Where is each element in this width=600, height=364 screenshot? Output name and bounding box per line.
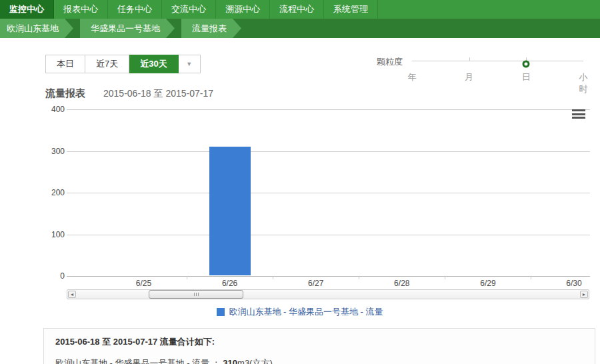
legend-series-label: 欧润山东基地 - 华盛果品一号基地 - 流量 — [229, 306, 383, 318]
legend-color-swatch — [217, 308, 225, 316]
range-button-30days[interactable]: 近30天 — [129, 55, 178, 73]
granularity-slider-handle[interactable] — [523, 61, 530, 68]
nav-item-system-management[interactable]: 系统管理 — [324, 0, 378, 19]
chart-gridline — [67, 276, 590, 277]
flow-report-page: 监控中心 报表中心 任务中心 交流中心 溯源中心 流程中心 系统管理 欧润山东基… — [0, 0, 600, 364]
x-axis-tick — [445, 276, 445, 279]
y-axis-label: 200 — [38, 188, 65, 197]
report-date-range: 2015-06-18 至 2015-07-17 — [103, 88, 213, 100]
x-axis-label: 6/25 — [136, 279, 151, 288]
nav-item-report-center[interactable]: 报表中心 — [54, 0, 108, 19]
x-axis-label: 6/30 — [566, 279, 581, 288]
range-dropdown-button[interactable]: ▼ — [179, 55, 201, 73]
range-button-today[interactable]: 本日 — [45, 55, 85, 73]
summary-series-prefix: 欧润山东基地 - 华盛果品一号基地 - 流量 ： — [55, 358, 223, 364]
x-axis-tick — [187, 276, 187, 279]
chart-legend: 欧润山东基地 - 华盛果品一号基地 - 流量 — [0, 306, 600, 318]
x-axis-tick — [273, 276, 273, 279]
granularity-option-day[interactable]: 日 — [522, 71, 531, 83]
breadcrumb-item-flow-report[interactable]: 流量报表 — [181, 19, 241, 38]
chart-menu-icon[interactable] — [572, 109, 585, 119]
flow-summary-box: 2015-06-18 至 2015-07-17 流量合计如下: 欧润山东基地 -… — [43, 328, 595, 364]
nav-item-communication-center[interactable]: 交流中心 — [162, 0, 216, 19]
chart-gridline — [67, 109, 590, 110]
nav-item-traceability-center[interactable]: 溯源中心 — [216, 0, 270, 19]
chevron-down-icon: ▼ — [186, 61, 192, 67]
granularity-option-month[interactable]: 月 — [465, 71, 473, 83]
x-axis-label: 6/26 — [222, 279, 237, 288]
chart-gridline — [67, 151, 590, 152]
summary-total-row: 欧润山东基地 - 华盛果品一号基地 - 流量 ： 310m3(立方) — [55, 357, 583, 364]
y-axis-label: 300 — [38, 147, 65, 156]
granularity-option-year[interactable]: 年 — [408, 71, 417, 83]
page-title: 流量报表 — [45, 87, 85, 100]
y-axis-label: 100 — [38, 230, 65, 239]
summary-unit: m3(立方) — [237, 358, 273, 364]
scrollbar-thumb[interactable] — [149, 290, 243, 299]
time-range-button-group: 本日 近7天 近30天 ▼ — [45, 55, 201, 73]
scroll-right-button[interactable]: ► — [580, 291, 588, 298]
y-axis-label: 400 — [38, 105, 65, 114]
granularity-label: 颗粒度 — [377, 56, 403, 68]
granularity-control: 颗粒度 年 月 日 小时 — [373, 53, 593, 77]
summary-heading: 2015-06-18 至 2015-07-17 流量合计如下: — [55, 336, 583, 348]
nav-item-monitor-center[interactable]: 监控中心 — [0, 0, 54, 19]
granularity-slider-track[interactable]: 年 月 日 小时 — [412, 61, 583, 61]
slider-tick — [469, 57, 470, 61]
granularity-option-hour[interactable]: 小时 — [579, 71, 588, 95]
menu-bar — [572, 117, 585, 119]
breadcrumb-item-sub-base[interactable]: 华盛果品一号基地 — [80, 19, 175, 38]
top-nav: 监控中心 报表中心 任务中心 交流中心 溯源中心 流程中心 系统管理 — [0, 0, 600, 19]
x-axis-label: 6/29 — [480, 279, 495, 288]
menu-bar — [572, 109, 585, 111]
y-axis-label: 0 — [38, 271, 65, 281]
flow-bar-6/26[interactable] — [209, 147, 251, 275]
scroll-left-button[interactable]: ◄ — [68, 291, 76, 298]
x-axis-label: 6/28 — [394, 279, 409, 288]
chart-horizontal-scrollbar[interactable]: ◄ ► — [67, 289, 589, 299]
x-axis-tick — [359, 276, 359, 279]
breadcrumb: 欧润山东基地 华盛果品一号基地 流量报表 — [0, 19, 600, 38]
chart-gridline — [67, 235, 590, 235]
chart-gridline — [67, 193, 590, 193]
range-button-7days[interactable]: 近7天 — [85, 55, 129, 73]
x-axis-tick — [531, 276, 531, 279]
nav-item-task-center[interactable]: 任务中心 — [108, 0, 162, 19]
menu-bar — [572, 113, 585, 115]
breadcrumb-item-base[interactable]: 欧润山东基地 — [0, 19, 73, 38]
x-axis-label: 6/27 — [308, 279, 323, 288]
summary-total-value: 310 — [223, 358, 237, 364]
nav-item-process-center[interactable]: 流程中心 — [270, 0, 324, 19]
